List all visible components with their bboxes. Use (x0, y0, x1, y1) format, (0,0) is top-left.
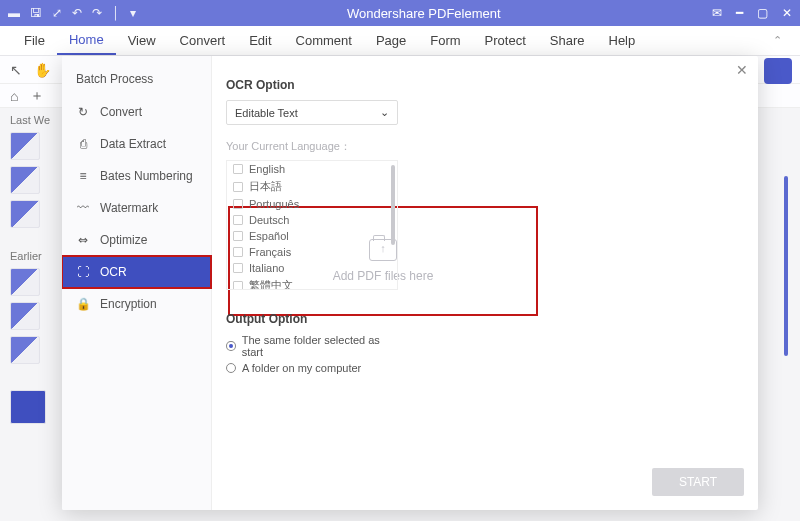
lang-label: Português (249, 198, 299, 210)
sidebar-item-data-extract[interactable]: ⎙Data Extract (62, 128, 211, 160)
recent-files-panel: Last We Earlier (10, 110, 60, 430)
maximize-icon[interactable]: ▢ (757, 6, 768, 20)
output-radio-custom-folder[interactable]: A folder on my computer (226, 362, 398, 374)
menu-share[interactable]: Share (538, 26, 597, 55)
minimize-icon[interactable]: ━ (736, 6, 743, 20)
menu-home[interactable]: Home (57, 26, 116, 55)
lang-option[interactable]: 繁體中文 (227, 276, 397, 290)
chevron-down-icon: ⌄ (380, 106, 389, 119)
lang-label: Français (249, 246, 291, 258)
ribbon-collapse-icon[interactable]: ⌃ (773, 34, 788, 47)
radio-icon[interactable] (226, 363, 236, 373)
menu-edit[interactable]: Edit (237, 26, 283, 55)
menu-file[interactable]: File (12, 26, 57, 55)
recent-file-thumb[interactable] (10, 268, 40, 296)
menu-protect[interactable]: Protect (473, 26, 538, 55)
menu-convert[interactable]: Convert (168, 26, 238, 55)
lang-label: 繁體中文 (249, 278, 293, 290)
checkbox-icon[interactable] (233, 164, 243, 174)
language-list-label: Your Current Language： (226, 139, 398, 154)
watermark-icon: 〰 (76, 201, 90, 215)
sidebar-item-encryption[interactable]: 🔒Encryption (62, 288, 211, 320)
ocr-mode-value: Editable Text (235, 107, 298, 119)
titlebar-controls: ✉ ━ ▢ ✕ (712, 6, 792, 20)
checkbox-icon[interactable] (233, 215, 243, 225)
app-title: Wondershare PDFelement (136, 6, 713, 21)
batch-process-dialog: ✕ Batch Process ↻Convert ⎙Data Extract ≡… (62, 56, 758, 510)
checkbox-icon[interactable] (233, 182, 243, 192)
menu-page[interactable]: Page (364, 26, 418, 55)
lang-option[interactable]: Deutsch (227, 212, 397, 228)
output-radio-same-folder[interactable]: The same folder selected as start (226, 334, 398, 358)
menu-help[interactable]: Help (597, 26, 648, 55)
recent-file-thumb[interactable] (10, 200, 40, 228)
sidebar-item-label: Bates Numbering (100, 169, 193, 183)
lang-option[interactable]: 日本語 (227, 177, 397, 196)
radio-label: The same folder selected as start (242, 334, 398, 358)
checkbox-icon[interactable] (233, 263, 243, 273)
menu-comment[interactable]: Comment (284, 26, 364, 55)
close-window-icon[interactable]: ✕ (782, 6, 792, 20)
output-option-heading: Output Option (226, 312, 398, 326)
action-button[interactable] (764, 58, 792, 84)
sidebar-item-label: Encryption (100, 297, 157, 311)
checkbox-icon[interactable] (233, 247, 243, 257)
lang-label: Deutsch (249, 214, 289, 226)
sidebar-item-watermark[interactable]: 〰Watermark (62, 192, 211, 224)
recent-lastweek-label: Last We (10, 114, 60, 126)
radio-label: A folder on my computer (242, 362, 361, 374)
lang-option[interactable]: Português (227, 196, 397, 212)
recent-file-thumb[interactable] (10, 336, 40, 364)
batch-options-panel: OCR Option Editable Text ⌄ Your Current … (212, 56, 412, 510)
lang-option[interactable]: Italiano (227, 260, 397, 276)
mail-icon[interactable]: ✉ (712, 6, 722, 20)
lang-option[interactable]: English (227, 161, 397, 177)
home-icon[interactable]: ⌂ (10, 88, 18, 104)
lang-option[interactable]: Español (227, 228, 397, 244)
cursor-tool-icon[interactable]: ↖ (10, 62, 22, 78)
scrollbar[interactable] (391, 165, 395, 245)
sidebar-item-convert[interactable]: ↻Convert (62, 96, 211, 128)
sidebar-item-bates[interactable]: ≡Bates Numbering (62, 160, 211, 192)
add-tab-icon[interactable]: ＋ (30, 87, 44, 105)
ocr-icon: ⛶ (76, 265, 90, 279)
batch-sidebar-header: Batch Process (62, 68, 211, 96)
checkbox-icon[interactable] (233, 281, 243, 291)
save-icon[interactable]: 🖫 (30, 6, 42, 20)
sidebar-item-optimize[interactable]: ⇔Optimize (62, 224, 211, 256)
menu-form[interactable]: Form (418, 26, 472, 55)
bates-icon: ≡ (76, 169, 90, 183)
optimize-icon: ⇔ (76, 233, 90, 247)
start-button[interactable]: START (652, 468, 744, 496)
batch-main-area: Add PDF files here OCR Option Editable T… (212, 56, 758, 510)
recent-file-thumb[interactable] (10, 166, 40, 194)
recent-file-thumb[interactable] (10, 302, 40, 330)
tool1-icon[interactable]: ⤢ (52, 6, 62, 20)
lang-label: Español (249, 230, 289, 242)
lang-option[interactable]: Français (227, 244, 397, 260)
checkbox-icon[interactable] (233, 199, 243, 209)
redo-icon[interactable]: ↷ (92, 6, 102, 20)
lang-label: 日本語 (249, 179, 282, 194)
dropdown-icon[interactable]: ▾ (130, 6, 136, 20)
convert-icon: ↻ (76, 105, 90, 119)
radio-icon[interactable] (226, 341, 236, 351)
lang-label: English (249, 163, 285, 175)
checkbox-icon[interactable] (233, 231, 243, 241)
sidebar-item-ocr[interactable]: ⛶OCR (62, 256, 211, 288)
sidebar-item-label: Convert (100, 105, 142, 119)
hand-tool-icon[interactable]: ✋ (34, 62, 51, 78)
right-accent-bar (784, 176, 788, 356)
batch-sidebar: Batch Process ↻Convert ⎙Data Extract ≡Ba… (62, 56, 212, 510)
recent-file-thumb[interactable] (10, 132, 40, 160)
recent-earlier-label: Earlier (10, 250, 60, 262)
sidebar-item-label: Watermark (100, 201, 158, 215)
recent-file-thumb[interactable] (10, 390, 46, 424)
undo-icon[interactable]: ↶ (72, 6, 82, 20)
titlebar: ▬ 🖫 ⤢ ↶ ↷ │ ▾ Wondershare PDFelement ✉ ━… (0, 0, 800, 26)
menu-view[interactable]: View (116, 26, 168, 55)
lock-icon: 🔒 (76, 297, 90, 311)
language-list[interactable]: English 日本語 Português Deutsch Español Fr… (226, 160, 398, 290)
ocr-mode-select[interactable]: Editable Text ⌄ (226, 100, 398, 125)
titlebar-quick-icons: ▬ 🖫 ⤢ ↶ ↷ │ ▾ (8, 6, 136, 20)
